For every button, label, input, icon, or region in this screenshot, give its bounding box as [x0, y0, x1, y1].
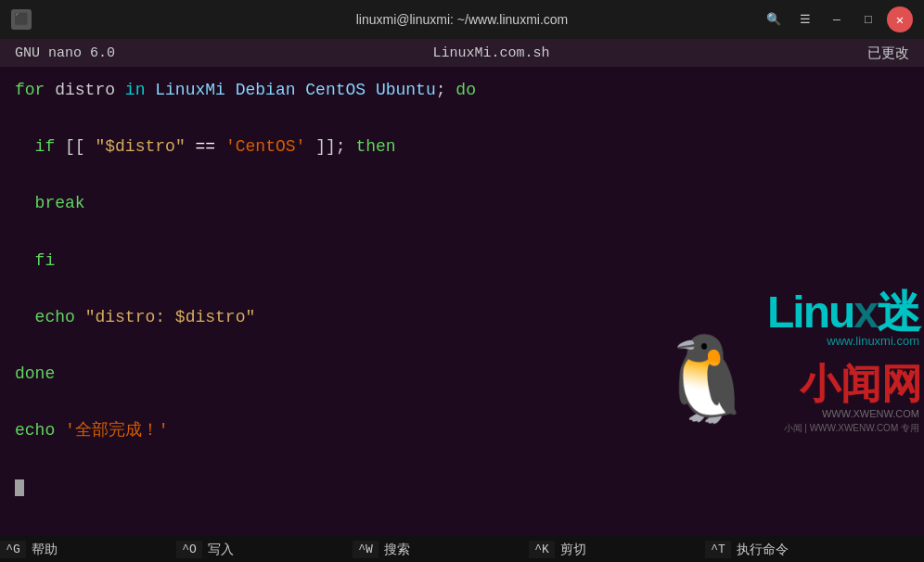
code-line-4 — [7, 161, 924, 190]
code-line-14 — [7, 445, 924, 474]
nano-filename: LinuxMi.com.sh — [115, 45, 867, 61]
code-line-13: echo '全部完成！' — [7, 416, 924, 445]
shortcut-label-execute: 执行命令 — [737, 542, 789, 558]
code-line-1: for distro in LinuxMi Debian CentOS Ubun… — [7, 76, 924, 105]
shortcut-execute: ^T 执行命令 — [705, 536, 881, 562]
code-line-7: fi — [7, 247, 924, 275]
menu-button[interactable]: ☰ — [792, 6, 818, 32]
code-line-8 — [7, 275, 924, 303]
nano-app-name: GNU nano 6.0 — [15, 45, 115, 61]
shortcut-search: ^W 搜索 — [353, 536, 529, 562]
editor-area[interactable]: for distro in LinuxMi Debian CentOS Ubun… — [0, 67, 924, 536]
code-line-5: break — [7, 189, 924, 218]
shortcut-write: ^O 写入 — [176, 536, 353, 562]
titlebar-controls: 🔍 ☰ — □ ✕ — [761, 6, 913, 32]
code-line-3: if [[ "$distro" == 'CentOS' ]]; then — [7, 133, 924, 161]
shortcut-row-1: ^G 帮助 ^O 写入 ^W 搜索 ^K 剪切 ^T 执行命令 — [0, 536, 924, 562]
shortcut-key-search: ^W — [353, 541, 379, 558]
code-line-6 — [7, 218, 924, 247]
shortcut-label-write: 写入 — [208, 542, 234, 558]
nano-shortcut-bar: ^G 帮助 ^O 写入 ^W 搜索 ^K 剪切 ^T 执行命令 ^X 离开 ^R… — [0, 536, 924, 562]
code-line-2 — [7, 105, 924, 134]
code-line-10 — [7, 331, 924, 360]
shortcut-key-execute: ^T — [705, 541, 731, 558]
shortcut-key-cut: ^K — [529, 541, 555, 558]
shortcut-cut: ^K 剪切 — [529, 536, 705, 562]
code-line-12 — [7, 389, 924, 417]
shortcut-label-search: 搜索 — [384, 542, 410, 558]
code-line-15 — [7, 473, 924, 502]
shortcut-key-help: ^G — [0, 541, 26, 558]
titlebar: ⬛ linuxmi@linuxmi: ~/www.linuxmi.com 🔍 ☰… — [0, 0, 924, 39]
shortcut-label-help: 帮助 — [32, 542, 58, 558]
search-button[interactable]: 🔍 — [761, 6, 787, 32]
nano-modified: 已更改 — [867, 45, 909, 62]
shortcut-key-write: ^O — [176, 541, 202, 558]
nano-statusbar-top: GNU nano 6.0 LinuxMi.com.sh 已更改 — [0, 39, 924, 67]
terminal-icon: ⬛ — [11, 9, 32, 30]
code-line-11: done — [7, 360, 924, 389]
code-line-9: echo "distro: $distro" — [7, 303, 924, 332]
shortcut-label-cut: 剪切 — [560, 542, 586, 558]
close-button[interactable]: ✕ — [887, 6, 913, 32]
titlebar-left: ⬛ — [11, 9, 32, 30]
titlebar-title: linuxmi@linuxmi: ~/www.linuxmi.com — [356, 12, 569, 27]
code-content: for distro in LinuxMi Debian CentOS Ubun… — [0, 67, 924, 511]
shortcut-help: ^G 帮助 — [0, 536, 176, 562]
minimize-button[interactable]: — — [824, 6, 850, 32]
maximize-button[interactable]: □ — [855, 6, 881, 32]
